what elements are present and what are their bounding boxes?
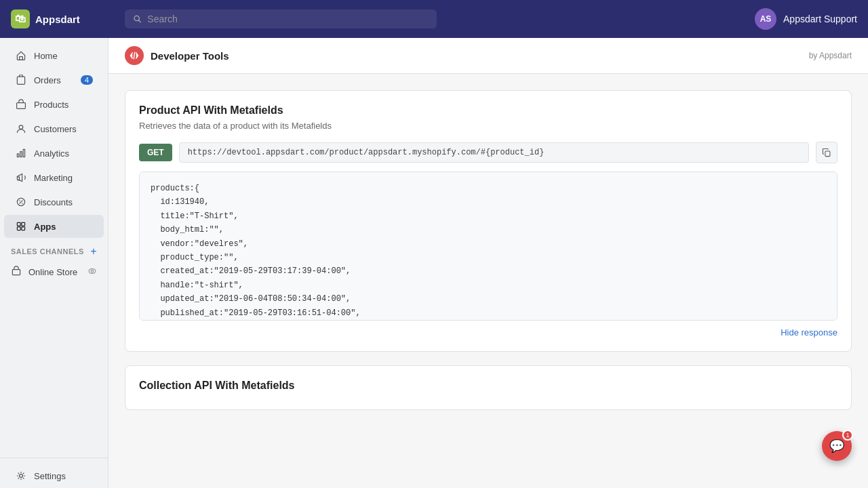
dev-tools-by: by Appsdart [809,51,852,60]
store-icon [11,266,22,279]
products-icon [15,98,27,110]
product-api-card: Product API With Metafields Retrieves th… [125,90,852,352]
shopify-icon: 🛍 [11,9,30,28]
avatar: AS [755,8,776,30]
svg-rect-15 [17,227,20,230]
svg-rect-3 [17,77,24,84]
code-line: body_html:"", [151,223,826,237]
sidebar-item-analytics[interactable]: Analytics [4,142,104,165]
sidebar-item-discounts[interactable]: Discounts [4,190,104,214]
code-line: product_type:"", [151,251,826,264]
sidebar-label-home: Home [34,51,58,61]
online-store-label: Online Store [28,267,77,277]
sidebar: Home Orders 4 Products Customers [0,38,108,488]
brand: 🛍 Appsdart [11,9,106,28]
svg-rect-8 [23,149,24,157]
svg-rect-14 [22,222,25,226]
dev-tools-title: Developer Tools [125,46,229,65]
main-content: Developer Tools by Appsdart Product API … [108,38,868,488]
sidebar-label-discounts: Discounts [34,197,73,207]
chat-badge: 1 [842,430,853,441]
get-badge: GET [139,144,172,161]
api-endpoint-row: GET https://devtool.appsdart.com/product… [139,142,837,163]
code-line: published_at:"2019-05-29T03:16:51-04:00"… [151,306,826,320]
svg-line-1 [138,20,140,22]
dev-tools-title-text: Developer Tools [151,50,229,62]
product-api-title: Product API With Metafields [139,104,837,117]
product-api-desc: Retrieves the data of a product with its… [139,121,837,131]
search-wrapper[interactable] [125,9,437,28]
api-url: https://devtool.appsdart.com/product/app… [179,142,809,163]
search-input[interactable] [147,14,429,24]
sidebar-item-settings[interactable]: Settings [4,464,104,487]
code-block[interactable]: products:{ id:131940, title:"T-Shirt", b… [139,171,837,321]
hide-response-row: Hide response [139,327,837,338]
home-icon [15,49,27,62]
eye-icon [87,266,97,278]
sales-channels-label: SALES CHANNELS [11,247,84,256]
sidebar-bottom: Settings [0,458,108,488]
svg-point-19 [91,270,94,272]
svg-point-12 [22,203,23,204]
svg-point-11 [19,200,20,201]
svg-rect-17 [12,270,20,275]
main-layout: Home Orders 4 Products Customers [0,38,868,488]
chat-fab-button[interactable]: 💬 1 [822,431,852,461]
code-line: vendor:"develres", [151,237,826,251]
brand-name: Appsdart [35,14,80,25]
search-icon [133,14,142,24]
collection-api-title: Collection API With Metafields [139,380,837,392]
settings-label: Settings [34,471,66,481]
customers-icon [15,123,27,135]
sidebar-item-apps[interactable]: Apps [4,215,104,238]
analytics-icon [15,147,27,159]
sidebar-label-products: Products [34,100,68,110]
hide-response-link[interactable]: Hide response [781,327,837,338]
svg-rect-2 [20,57,23,60]
apps-icon [15,220,27,232]
svg-rect-21 [825,151,830,157]
orders-icon [15,74,27,86]
svg-point-5 [19,125,23,129]
code-line: title:"T-Shirt", [151,209,826,223]
sidebar-item-marketing[interactable]: Marketing [4,166,104,189]
collection-api-card: Collection API With Metafields [125,365,852,410]
sidebar-label-marketing: Marketing [34,173,73,183]
svg-rect-16 [22,227,25,230]
settings-icon [15,470,27,482]
svg-rect-4 [17,103,26,109]
sidebar-item-customers[interactable]: Customers [4,117,104,140]
sidebar-label-customers: Customers [34,124,77,134]
topbar: 🛍 Appsdart AS Appsdart Support [0,0,868,38]
code-line: id:131940, [151,195,826,209]
discounts-icon [15,196,27,208]
svg-rect-13 [17,222,20,226]
code-line: handle:"t-shirt", [151,279,826,292]
search-area [125,9,437,28]
code-line: created_at:"2019-05-29T03:17:39-04:00", [151,264,826,278]
sidebar-item-home[interactable]: Home [4,44,104,67]
sidebar-item-products[interactable]: Products [4,93,104,116]
dev-tools-header: Developer Tools by Appsdart [108,38,868,74]
chat-icon: 💬 [829,439,844,453]
code-line: updated_at:"2019-06-04T08:50:34-04:00", [151,292,826,306]
add-sales-channel-button[interactable]: + [90,245,97,258]
sidebar-item-orders[interactable]: Orders 4 [4,68,104,92]
content-area: Product API With Metafields Retrieves th… [108,74,868,488]
svg-point-20 [20,474,23,478]
sidebar-label-apps: Apps [34,222,56,232]
orders-badge: 4 [81,75,93,85]
code-line: template_suffix:null, [151,320,826,321]
code-line: products:{ [151,182,826,195]
sidebar-label-orders: Orders [34,75,61,85]
copy-button[interactable] [816,142,837,163]
marketing-icon [15,171,27,184]
topbar-right: AS Appsdart Support [755,8,857,30]
copy-icon [822,148,831,157]
sidebar-item-online-store[interactable]: Online Store [0,260,108,284]
dev-tools-icon [125,46,144,65]
svg-point-18 [89,269,96,274]
svg-rect-6 [17,154,18,157]
svg-rect-7 [20,152,22,157]
username-label: Appsdart Support [783,14,857,24]
